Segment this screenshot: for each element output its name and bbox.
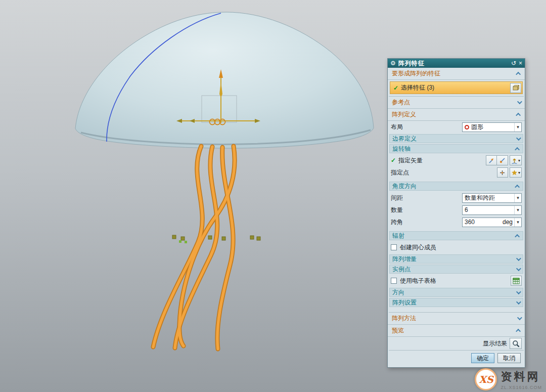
watermark: XS 资料网 ZL.XS1616.COM	[475, 368, 542, 390]
count-input[interactable]: 6 ▾	[462, 205, 522, 215]
subgroup-pattern-increment[interactable]: 阵列增量	[389, 254, 523, 264]
count-row: 数量 6 ▾	[388, 204, 525, 216]
check-icon: ✓	[393, 84, 398, 92]
point-type-button[interactable]: ▾	[510, 167, 522, 178]
subgroup-radiate[interactable]: 辐射	[389, 231, 523, 240]
check-icon: ✓	[391, 157, 396, 164]
subgroup-boundary-definition[interactable]: 边界定义	[389, 134, 523, 143]
ok-button[interactable]: 确定	[471, 353, 494, 363]
group-pattern-definition[interactable]: 阵列定义	[388, 109, 525, 121]
feature-list-button[interactable]	[510, 83, 521, 93]
spreadsheet-icon	[513, 278, 520, 284]
chevron-up-icon	[515, 147, 520, 152]
span-angle-unit: deg	[501, 219, 514, 226]
layout-dropdown[interactable]: 圆形 ▾	[462, 122, 522, 132]
spreadsheet-label: 使用电子表格	[400, 277, 436, 285]
watermark-url: ZL.XS1616.COM	[500, 385, 542, 390]
pattern-settings-label: 阵列设置	[392, 298, 417, 307]
show-result-row: 显示结果	[388, 337, 525, 350]
select-feature-label: 选择特征 (3)	[401, 83, 510, 92]
point-dialog-button[interactable]	[497, 167, 508, 178]
concentric-checkbox[interactable]	[391, 244, 397, 250]
subgroup-pattern-settings[interactable]: 阵列设置	[389, 298, 523, 307]
boundary-definition-label: 边界定义	[392, 135, 417, 143]
chevron-down-icon	[516, 289, 521, 294]
subgroup-orientation[interactable]: 方向	[389, 288, 523, 297]
span-angle-label: 跨角	[391, 218, 403, 227]
group-features-to-pattern[interactable]: 要形成阵列的特征	[388, 68, 525, 80]
watermark-logo-icon: XS	[475, 368, 497, 390]
chevron-down-icon	[516, 299, 521, 304]
chevron-up-icon	[516, 329, 521, 334]
specify-vector-row: ✓ 指定矢量	[388, 154, 525, 166]
spreadsheet-checkbox[interactable]	[391, 278, 397, 284]
vector-dialog-button[interactable]	[486, 155, 497, 165]
angle-direction-label: 角度方向	[392, 182, 417, 191]
span-angle-input[interactable]: 360 deg ▾	[462, 217, 522, 227]
application-window: ⚙ 阵列特征 ↺ × 要形成阵列的特征 ✓ 选择特征 (3)	[0, 0, 546, 392]
dropdown-arrow-icon: ▾	[518, 170, 520, 175]
inferred-vector-button[interactable]	[497, 155, 508, 165]
vector-type-button[interactable]: ▾	[510, 155, 522, 165]
orientation-label: 方向	[392, 288, 404, 297]
concentric-label: 创建同心成员	[400, 243, 436, 252]
feature-icon	[512, 84, 519, 91]
magnifier-icon	[512, 340, 520, 347]
pattern-method-label: 阵列方法	[392, 314, 416, 323]
group-pattern-method[interactable]: 阵列方法	[388, 313, 525, 325]
pattern-definition-label: 阵列定义	[392, 110, 416, 119]
jellyfish-dome	[75, 12, 374, 148]
subgroup-rotation-axis[interactable]: 旋转轴	[389, 144, 523, 153]
rotation-axis-label: 旋转轴	[392, 145, 411, 153]
watermark-logo-text: XS	[479, 374, 493, 385]
select-feature-row[interactable]: ✓ 选择特征 (3)	[390, 81, 523, 94]
spacing-label: 间距	[391, 194, 403, 202]
layout-row: 布局 圆形 ▾	[388, 121, 525, 133]
axis-triad-icon	[511, 157, 518, 164]
span-angle-row: 跨角 360 deg ▾	[388, 216, 525, 228]
pattern-increment-label: 阵列增量	[392, 255, 417, 264]
subgroup-instance-points[interactable]: 实例点	[389, 265, 523, 274]
point-dialog-icon	[499, 169, 506, 176]
dialog-title: 阵列特征	[398, 59, 509, 68]
dialog-buttons: 确定 取消	[388, 351, 525, 364]
spreadsheet-button[interactable]	[511, 276, 522, 286]
specify-point-row: 指定点 ▾	[388, 166, 525, 179]
instance-points-label: 实例点	[392, 265, 411, 274]
specify-point-label: 指定点	[391, 168, 409, 177]
concentric-row[interactable]: 创建同心成员	[388, 241, 525, 253]
dropdown-arrow-icon: ▾	[514, 194, 521, 202]
circular-layout-icon	[465, 125, 469, 129]
group-reference-point[interactable]: 参考点	[388, 97, 525, 109]
chevron-up-icon	[516, 113, 521, 118]
group-features-label: 要形成阵列的特征	[392, 69, 440, 78]
jellyfish-tentacles	[153, 146, 235, 349]
spreadsheet-row[interactable]: 使用电子表格	[388, 275, 525, 287]
dropdown-arrow-icon: ▾	[514, 123, 521, 132]
watermark-brand: 资料网	[500, 369, 542, 384]
count-label: 数量	[391, 206, 403, 214]
reset-icon[interactable]: ↺	[511, 60, 516, 66]
group-preview[interactable]: 预览	[388, 325, 525, 337]
dialog-titlebar[interactable]: ⚙ 阵列特征 ↺ ×	[388, 59, 525, 68]
cancel-button[interactable]: 取消	[497, 353, 521, 363]
dropdown-arrow-icon: ▾	[518, 158, 520, 163]
gear-icon: ⚙	[390, 60, 396, 66]
subgroup-angle-direction[interactable]: 角度方向	[389, 182, 523, 191]
spacing-dropdown[interactable]: 数量和跨距 ▾	[462, 193, 522, 203]
radiate-label: 辐射	[392, 232, 404, 240]
close-icon[interactable]: ×	[519, 60, 522, 66]
chevron-down-icon	[516, 256, 521, 261]
specify-vector-label: 指定矢量	[398, 156, 423, 165]
chevron-down-icon	[516, 266, 521, 271]
span-angle-value: 360	[465, 219, 501, 226]
layout-value: 圆形	[471, 123, 514, 132]
layout-label: 布局	[391, 123, 403, 132]
chevron-down-icon	[517, 99, 522, 104]
chevron-down-icon	[516, 136, 521, 141]
pattern-feature-dialog: ⚙ 阵列特征 ↺ × 要形成阵列的特征 ✓ 选择特征 (3)	[387, 58, 525, 368]
show-result-button[interactable]	[510, 338, 522, 349]
dropdown-arrow-icon: ▾	[514, 218, 521, 227]
inferred-vector-icon	[499, 157, 506, 164]
dropdown-arrow-icon: ▾	[514, 206, 521, 214]
